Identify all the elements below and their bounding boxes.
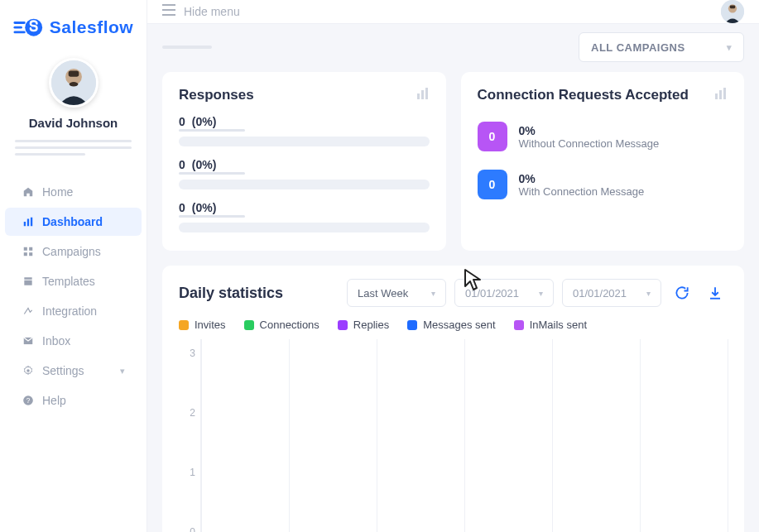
response-pct: (0%) [192,115,217,128]
hamburger-icon[interactable] [162,4,175,19]
progress-bar [179,180,430,189]
download-button[interactable] [703,280,728,305]
chart-icon[interactable] [714,88,728,103]
nav-inbox[interactable]: Inbox [5,327,142,355]
svg-rect-22 [719,90,722,99]
nav-settings[interactable]: Settings ▾ [5,357,142,385]
swatch-icon [179,320,189,330]
nav-label: Templates [42,275,95,288]
campaign-filter-select[interactable]: ALL CAMPAIGNS ▾ [579,32,744,62]
response-count: 0 [179,201,185,214]
swatch-icon [407,320,417,330]
range-select-value: Last Week [358,287,408,300]
brand-logo: Salesflow [0,0,147,46]
svg-rect-6 [26,219,28,227]
hide-menu-toggle[interactable]: Hide menu [184,5,240,18]
swatch-icon [338,320,348,330]
card-title: Responses [179,87,254,103]
svg-rect-19 [421,90,424,99]
metric-badge: 0 [478,122,507,151]
chart-plot [200,339,728,532]
under-topbar: ALL CAMPAIGNS ▾ [147,24,759,67]
connection-row-without: 0 0% Without Connection Message [478,122,728,151]
date-from-select[interactable]: 01/01/2021 ▾ [454,279,554,307]
response-row: 0 (0%) [179,158,430,189]
legend-label: InMails sent [530,319,587,331]
svg-rect-7 [30,218,31,227]
user-avatar[interactable] [49,58,98,108]
gear-icon [22,365,34,377]
nav-help[interactable]: ? Help [5,386,142,415]
swatch-icon [244,320,254,330]
svg-rect-11 [29,252,32,256]
legend-item-invites: Invites [179,319,226,331]
nav-home[interactable]: Home [5,178,142,206]
response-pct: (0%) [192,201,217,214]
profile-placeholder-lines [15,140,132,156]
legend-item-replies: Replies [338,319,389,331]
response-row: 0 (0%) [179,201,430,232]
chevron-down-icon: ▾ [727,42,733,53]
legend-item-inmails: InMails sent [514,319,587,331]
inbox-icon [22,335,34,347]
campaign-filter-label: ALL CAMPAIGNS [591,41,685,54]
response-count: 0 [179,158,185,171]
metric-pct: 0% [519,172,645,185]
svg-text:?: ? [26,397,30,405]
legend-label: Invites [195,319,226,331]
nav-campaigns[interactable]: Campaigns [5,237,142,266]
refresh-button[interactable] [670,280,694,305]
y-tick: 0 [190,526,195,532]
svg-rect-21 [715,93,718,99]
legend-label: Connections [260,319,319,331]
date-to-select[interactable]: 01/01/2021 ▾ [562,279,661,307]
chevron-down-icon: ▾ [539,289,543,298]
range-select[interactable]: Last Week ▾ [347,279,446,307]
campaigns-icon [22,246,34,258]
nav-label: Integration [42,304,97,318]
card-title: Connection Requests Accepted [478,87,689,103]
chevron-down-icon: ▾ [431,289,435,298]
integration-icon [22,305,34,318]
salesflow-logo-icon [13,15,45,40]
progress-bar [179,137,430,146]
nav-label: Help [42,394,66,407]
svg-rect-9 [29,247,32,251]
nav-dashboard[interactable]: Dashboard [5,208,142,236]
response-count: 0 [179,115,185,128]
home-icon [22,186,34,199]
chart-area: 3 2 1 0 [179,339,728,532]
swatch-icon [514,320,524,330]
connection-row-with: 0 0% With Connection Message [478,170,728,199]
svg-rect-20 [425,88,428,99]
placeholder-line [162,46,212,49]
nav-label: Campaigns [42,245,101,258]
svg-rect-10 [23,252,26,256]
nav-label: Settings [42,364,84,377]
dashboard-icon [22,216,34,228]
progress-bar [179,223,430,232]
daily-statistics-card: Daily statistics Last Week ▾ 01/01/2021 … [162,266,744,532]
nav-label: Home [42,185,73,199]
user-name: David Johnson [0,116,147,130]
y-tick: 3 [190,347,195,359]
legend-item-connections: Connections [244,319,319,331]
nav-templates[interactable]: Templates [5,267,142,295]
svg-rect-3 [68,71,79,77]
templates-icon [22,276,34,288]
legend-item-messages: Messages sent [407,319,495,331]
svg-rect-8 [23,247,26,251]
svg-rect-18 [417,93,420,99]
chart-legend: Invites Connections Replies Messages sen… [179,319,728,331]
y-tick: 1 [190,467,195,478]
legend-label: Messages sent [423,319,495,331]
chart-icon[interactable] [416,88,430,103]
nav-integration[interactable]: Integration [5,297,142,325]
chevron-down-icon: ▾ [646,289,651,298]
response-row: 0 (0%) [179,115,430,146]
svg-rect-23 [723,88,726,99]
metric-badge: 0 [478,170,507,199]
top-user-avatar[interactable] [721,0,744,23]
date-from-value: 01/01/2021 [465,287,519,300]
response-pct: (0%) [192,158,217,171]
